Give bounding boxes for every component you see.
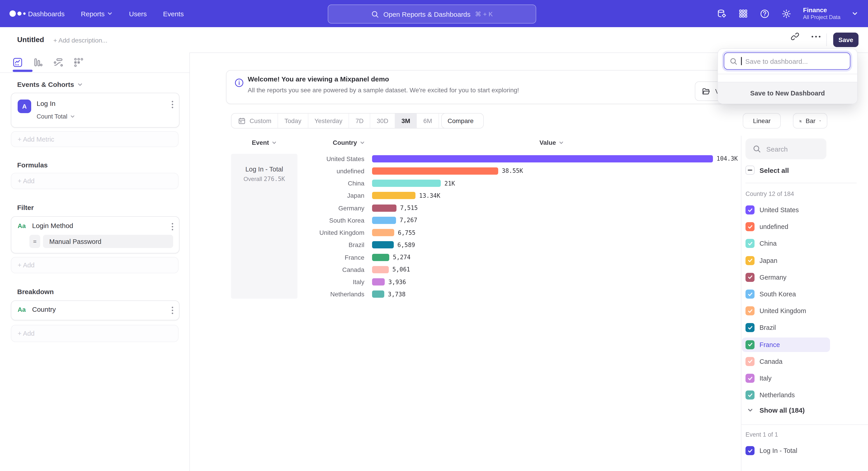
scale-selector-button[interactable]: Linear <box>743 113 781 128</box>
column-header-event[interactable]: Event <box>231 139 298 146</box>
breakdown-kebab-icon[interactable] <box>171 306 174 315</box>
more-options-icon[interactable] <box>811 35 821 38</box>
bar-france[interactable] <box>372 254 389 261</box>
country-checkbox-checked[interactable] <box>745 390 754 400</box>
chevron-down-icon <box>272 140 277 145</box>
legend-row-france[interactable]: France <box>742 337 830 352</box>
legend-row-united-kingdom[interactable]: United Kingdom <box>742 303 830 318</box>
country-checkbox-checked[interactable] <box>745 273 754 282</box>
project-switcher[interactable]: Finance All Project Data <box>803 6 840 21</box>
bar-japan[interactable] <box>372 192 415 199</box>
copy-link-icon[interactable] <box>790 32 800 41</box>
bar-united-kingdom[interactable] <box>372 229 394 236</box>
bar-italy[interactable] <box>372 278 385 286</box>
metric-event-name[interactable]: Log In <box>37 99 55 107</box>
global-search[interactable]: Open Reports & Dashboards ⌘ + K <box>328 4 536 24</box>
bar-united-states[interactable] <box>372 155 713 162</box>
save-button[interactable]: Save <box>833 33 859 47</box>
legend-row-united-states[interactable]: United States <box>742 203 830 217</box>
chevron-down-icon[interactable] <box>77 82 83 87</box>
event-checkbox-checked[interactable] <box>745 446 754 455</box>
legend-row-south-korea[interactable]: South Korea <box>742 287 830 301</box>
bar-country-label: Canada <box>294 266 364 273</box>
apps-grid-icon[interactable] <box>739 8 748 19</box>
chevron-down-icon <box>107 11 113 16</box>
range-custom[interactable]: Custom <box>231 114 278 128</box>
country-checkbox-checked[interactable] <box>745 323 754 332</box>
legend-row-canada[interactable]: Canada <box>742 354 830 369</box>
select-all-row[interactable]: Select all <box>745 166 789 175</box>
nav-item-users[interactable]: Users <box>129 10 147 18</box>
data-management-icon[interactable] <box>717 8 727 19</box>
legend-row-japan[interactable]: Japan <box>742 253 830 268</box>
chart-row: South Korea7,267 <box>0 214 741 227</box>
show-all-button[interactable]: Show all (184) <box>747 406 805 414</box>
legend-row-undefined[interactable]: undefined <box>742 219 830 234</box>
chart-type-button[interactable]: Bar <box>793 113 827 128</box>
range-3m[interactable]: 3M <box>395 114 417 128</box>
legend-row-italy[interactable]: Italy <box>742 371 830 385</box>
range-today[interactable]: Today <box>278 114 308 128</box>
select-all-label: Select all <box>760 166 789 174</box>
event-legend-row[interactable]: Log In - Total <box>745 446 797 455</box>
tab-funnels[interactable] <box>33 57 43 68</box>
metric-card[interactable]: A Log In Count Total <box>11 93 180 127</box>
range-yesterday[interactable]: Yesterday <box>308 114 349 128</box>
column-header-value[interactable]: Value <box>515 139 588 146</box>
country-checkbox-checked[interactable] <box>745 205 754 214</box>
nav-item-events[interactable]: Events <box>163 10 184 18</box>
nav-right-cluster: Finance All Project Data <box>717 0 868 27</box>
add-breakdown-button[interactable]: + Add <box>11 325 179 342</box>
breakdown-card[interactable]: Aa Country <box>11 300 180 320</box>
metric-aggregation[interactable]: Count Total <box>37 113 75 120</box>
save-dashboard-search-input[interactable]: Save to dashboard... <box>724 53 850 70</box>
range-6m[interactable]: 6M <box>417 114 439 128</box>
country-checkbox-checked[interactable] <box>745 340 754 349</box>
chart-row: undefined38.55K <box>0 165 741 177</box>
add-description-field[interactable]: + Add description... <box>53 37 107 44</box>
country-checkbox-checked[interactable] <box>745 306 754 315</box>
country-checkbox-checked[interactable] <box>745 290 754 299</box>
nav-item-dashboards[interactable]: Dashboards <box>28 10 65 18</box>
legend-row-brazil[interactable]: Brazil <box>742 321 830 335</box>
bar-canada[interactable] <box>372 266 389 273</box>
range-7d[interactable]: 7D <box>349 114 370 128</box>
legend-row-netherlands[interactable]: Netherlands <box>742 388 830 402</box>
column-header-country[interactable]: Country <box>333 139 365 146</box>
report-title[interactable]: Untitled <box>17 36 44 44</box>
compare-button[interactable]: Compare <box>441 113 484 128</box>
legend-row-china[interactable]: China <box>742 236 830 251</box>
mixpanel-logo[interactable] <box>9 10 28 17</box>
country-checkbox-checked[interactable] <box>745 222 754 231</box>
tab-insights[interactable] <box>12 57 23 68</box>
country-checkbox-checked[interactable] <box>745 239 754 248</box>
bar-value-label: 7,267 <box>400 217 417 224</box>
legend-row-germany[interactable]: Germany <box>742 270 830 285</box>
range-30d[interactable]: 30D <box>370 114 395 128</box>
country-checkbox-checked[interactable] <box>745 374 754 383</box>
project-chevron-icon[interactable] <box>852 10 858 17</box>
nav-item-label: Events <box>163 10 184 18</box>
chevron-down-icon <box>747 407 753 413</box>
save-to-new-dashboard-button[interactable]: Save to New Dashboard <box>718 82 857 104</box>
tab-flows[interactable] <box>53 57 64 68</box>
bar-china[interactable] <box>372 180 441 187</box>
metric-kebab-icon[interactable] <box>171 100 174 109</box>
country-checkbox-checked[interactable] <box>745 256 754 265</box>
bar-brazil[interactable] <box>372 241 394 248</box>
bar-south-korea[interactable] <box>372 217 396 224</box>
country-checkbox-checked[interactable] <box>745 357 754 366</box>
nav-item-reports[interactable]: Reports <box>81 10 113 18</box>
breakdown-property-name[interactable]: Country <box>32 305 56 313</box>
bar-undefined[interactable] <box>372 168 498 175</box>
bar-netherlands[interactable] <box>372 291 384 298</box>
bar-value-label: 7,515 <box>400 205 418 211</box>
global-search-placeholder: Open Reports & Dashboards <box>383 10 470 18</box>
settings-gear-icon[interactable] <box>781 8 792 19</box>
select-all-checkbox-indeterminate[interactable] <box>745 166 754 175</box>
help-icon[interactable] <box>760 8 770 19</box>
bar-germany[interactable] <box>372 204 397 211</box>
legend-search-input[interactable]: Search <box>745 139 827 159</box>
tab-retention[interactable] <box>73 57 84 68</box>
add-metric-button[interactable]: + Add Metric <box>11 131 179 147</box>
